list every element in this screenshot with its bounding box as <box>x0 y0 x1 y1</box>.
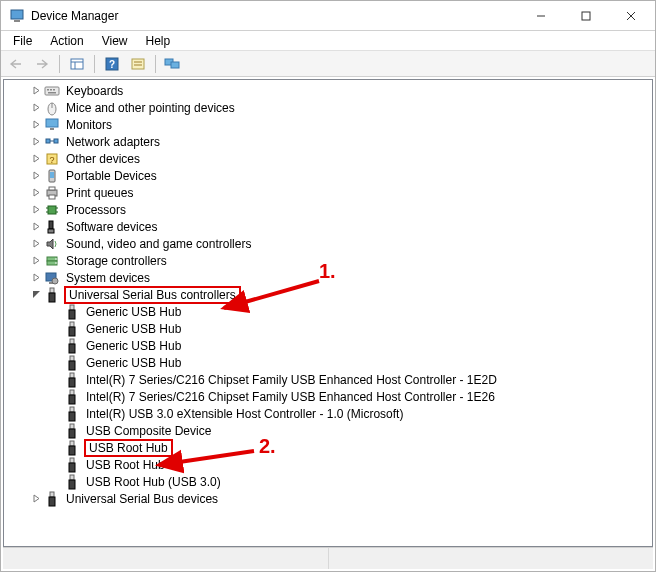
tree-item-other[interactable]: ?Other devices <box>4 150 652 167</box>
maximize-button[interactable] <box>563 2 608 30</box>
tree-item-label: Keyboards <box>64 84 125 98</box>
tree-item-storage[interactable]: Storage controllers <box>4 252 652 269</box>
expand-icon[interactable] <box>28 151 44 167</box>
tree-item-keyboard[interactable]: Keyboards <box>4 82 652 99</box>
svg-rect-25 <box>46 139 50 143</box>
svg-rect-55 <box>70 339 74 344</box>
svg-rect-23 <box>46 119 58 127</box>
svg-rect-0 <box>11 10 23 19</box>
svg-rect-31 <box>50 172 54 178</box>
tree-item-mouse[interactable]: Mice and other pointing devices <box>4 99 652 116</box>
nav-forward-button[interactable] <box>30 53 54 75</box>
svg-rect-11 <box>132 59 144 69</box>
svg-rect-51 <box>70 305 74 310</box>
tree-item-label: Mice and other pointing devices <box>64 101 237 115</box>
svg-rect-63 <box>70 407 74 412</box>
usb-icon <box>64 423 80 439</box>
tree-item-usb-child-1[interactable]: Generic USB Hub <box>4 320 652 337</box>
tree-item-usb-child-3[interactable]: Generic USB Hub <box>4 354 652 371</box>
keyboard-icon <box>44 83 60 99</box>
expand-icon[interactable] <box>28 219 44 235</box>
expand-icon[interactable] <box>28 168 44 184</box>
tree-item-label: Other devices <box>64 152 142 166</box>
title-bar: Device Manager <box>1 1 655 31</box>
svg-rect-54 <box>69 327 75 336</box>
svg-rect-16 <box>45 87 59 95</box>
tree-item-usb-child-2[interactable]: Generic USB Hub <box>4 337 652 354</box>
tree-item-label: Portable Devices <box>64 169 159 183</box>
expand-icon[interactable] <box>28 253 44 269</box>
tree-item-system[interactable]: System devices <box>4 269 652 286</box>
usb-icon <box>64 355 80 371</box>
tree-item-usb-child-5[interactable]: Intel(R) 7 Series/C216 Chipset Family US… <box>4 388 652 405</box>
portable-icon <box>44 168 60 184</box>
menu-help[interactable]: Help <box>138 33 179 49</box>
expand-icon[interactable] <box>28 491 44 507</box>
tree-item-usb-child-10[interactable]: USB Root Hub (USB 3.0) <box>4 473 652 490</box>
menu-bar: File Action View Help <box>1 31 655 51</box>
expand-icon[interactable] <box>28 236 44 252</box>
tree-item-usb-devices[interactable]: Universal Serial Bus devices <box>4 490 652 507</box>
tree-item-usb-child-6[interactable]: Intel(R) USB 3.0 eXtensible Host Control… <box>4 405 652 422</box>
menu-file[interactable]: File <box>5 33 40 49</box>
svg-point-48 <box>52 278 58 284</box>
minimize-button[interactable] <box>518 2 563 30</box>
device-tree[interactable]: KeyboardsMice and other pointing devices… <box>3 79 653 547</box>
tree-item-usb-child-7[interactable]: USB Composite Device <box>4 422 652 439</box>
svg-rect-34 <box>49 195 55 199</box>
tree-item-label: Sound, video and game controllers <box>64 237 253 251</box>
tree-item-usb-child-4[interactable]: Intel(R) 7 Series/C216 Chipset Family US… <box>4 371 652 388</box>
expand-icon[interactable] <box>28 100 44 116</box>
tree-item-label: Universal Serial Bus controllers <box>64 286 241 304</box>
svg-point-45 <box>55 262 57 264</box>
svg-rect-26 <box>54 139 58 143</box>
menu-view[interactable]: View <box>94 33 136 49</box>
svg-rect-64 <box>69 412 75 421</box>
expand-icon[interactable] <box>28 270 44 286</box>
monitors-button[interactable] <box>161 53 185 75</box>
svg-rect-65 <box>70 424 74 429</box>
toolbar: ? <box>1 51 655 77</box>
tree-item-software[interactable]: Software devices <box>4 218 652 235</box>
scan-button[interactable] <box>126 53 150 75</box>
svg-rect-41 <box>48 229 54 233</box>
expand-icon[interactable] <box>28 117 44 133</box>
tree-item-label: Generic USB Hub <box>84 356 183 370</box>
tree-item-network[interactable]: Network adapters <box>4 133 652 150</box>
properties-button[interactable] <box>65 53 89 75</box>
tree-item-label: Network adapters <box>64 135 162 149</box>
tree-item-usb-child-0[interactable]: Generic USB Hub <box>4 303 652 320</box>
usb-icon <box>64 372 80 388</box>
usb-icon <box>64 457 80 473</box>
close-button[interactable] <box>608 2 653 30</box>
tree-item-sound[interactable]: Sound, video and game controllers <box>4 235 652 252</box>
expand-icon[interactable] <box>28 83 44 99</box>
svg-rect-24 <box>50 128 54 130</box>
svg-text:?: ? <box>109 59 115 70</box>
collapse-icon[interactable] <box>28 287 44 303</box>
svg-rect-57 <box>70 356 74 361</box>
tree-item-label: Storage controllers <box>64 254 169 268</box>
expand-icon[interactable] <box>28 134 44 150</box>
tree-item-usb-child-9[interactable]: USB Root Hub <box>4 456 652 473</box>
svg-rect-40 <box>49 221 53 229</box>
toolbar-separator <box>94 55 95 73</box>
usb-icon <box>44 287 60 303</box>
svg-rect-68 <box>69 446 75 455</box>
tree-item-monitor[interactable]: Monitors <box>4 116 652 133</box>
tree-item-printer[interactable]: Print queues <box>4 184 652 201</box>
tree-item-usb-controllers[interactable]: Universal Serial Bus controllers <box>4 286 652 303</box>
expand-icon[interactable] <box>28 202 44 218</box>
expand-icon[interactable] <box>28 185 44 201</box>
printer-icon <box>44 185 60 201</box>
nav-back-button[interactable] <box>4 53 28 75</box>
menu-action[interactable]: Action <box>42 33 91 49</box>
svg-rect-70 <box>69 463 75 472</box>
tree-item-cpu[interactable]: Processors <box>4 201 652 218</box>
help-button[interactable]: ? <box>100 53 124 75</box>
usb-icon <box>64 321 80 337</box>
tree-item-portable[interactable]: Portable Devices <box>4 167 652 184</box>
tree-item-usb-child-8[interactable]: USB Root Hub <box>4 439 652 456</box>
svg-rect-6 <box>71 59 83 69</box>
status-cell <box>329 548 654 569</box>
